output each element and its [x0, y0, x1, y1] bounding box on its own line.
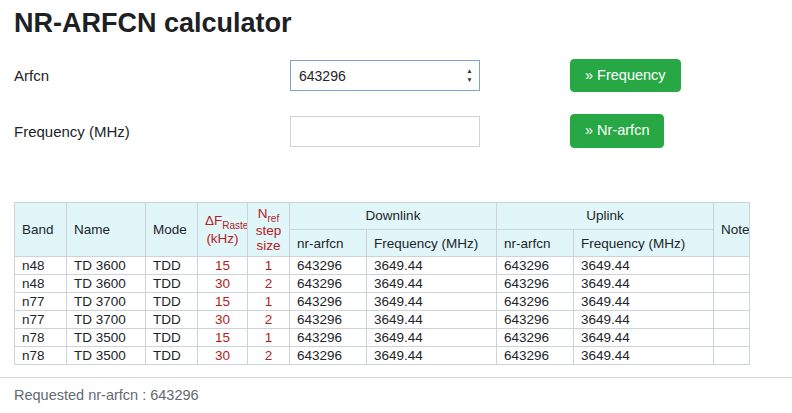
header-row-1: Band Name Mode ΔFRaster (kHz) Nref step …: [15, 202, 750, 229]
cell-dl-nrarfcn: 643296: [290, 293, 367, 311]
table-row: n77TD 3700TDD3026432963649.446432963649.…: [15, 311, 750, 329]
header-dl-frequency: Frequency (MHz): [367, 230, 497, 257]
to-nrarfcn-button[interactable]: » Nr-arfcn: [570, 114, 664, 147]
cell-step: 1: [248, 293, 290, 311]
cell-dl-nrarfcn: 643296: [290, 347, 367, 365]
cell-raster: 30: [198, 275, 248, 293]
cell-ul-nrarfcn: 643296: [497, 293, 574, 311]
bottom-divider: [0, 377, 792, 378]
header-raster-unit: (kHz): [206, 231, 238, 246]
arfcn-form-row: Arfcn ▲ ▼ » Frequency: [14, 59, 778, 92]
cell-ul-frequency: 3649.44: [574, 293, 714, 311]
cell-raster: 30: [198, 311, 248, 329]
cell-dl-frequency: 3649.44: [367, 293, 497, 311]
cell-ul-nrarfcn: 643296: [497, 329, 574, 347]
cell-step: 2: [248, 275, 290, 293]
table-row: n78TD 3500TDD3026432963649.446432963649.…: [15, 347, 750, 365]
cell-ul-nrarfcn: 643296: [497, 311, 574, 329]
cell-step: 2: [248, 347, 290, 365]
page-title: NR-ARFCN calculator: [14, 8, 778, 39]
header-ul-nrarfcn: nr-arfcn: [497, 230, 574, 257]
cell-band: n78: [15, 329, 67, 347]
cell-dl-frequency: 3649.44: [367, 329, 497, 347]
header-nref-rest: step size: [256, 223, 282, 253]
header-uplink: Uplink: [497, 202, 714, 229]
header-nref: Nref step size: [248, 202, 290, 257]
table-row: n48TD 3600TDD1516432963649.446432963649.…: [15, 257, 750, 275]
page: NR-ARFCN calculator Arfcn ▲ ▼ » Frequenc…: [0, 0, 792, 365]
cell-step: 2: [248, 311, 290, 329]
cell-mode: TDD: [146, 329, 198, 347]
cell-ul-frequency: 3649.44: [574, 275, 714, 293]
results-table-head: Band Name Mode ΔFRaster (kHz) Nref step …: [15, 202, 750, 257]
cell-dl-nrarfcn: 643296: [290, 275, 367, 293]
spinner-down-icon[interactable]: ▼: [466, 77, 472, 84]
cell-raster: 15: [198, 257, 248, 275]
cell-band: n48: [15, 257, 67, 275]
frequency-input-wrap: [290, 116, 480, 147]
header-nref-main: N: [258, 206, 268, 221]
cell-band: n48: [15, 275, 67, 293]
header-raster-sub: Raster: [222, 220, 247, 231]
cell-mode: TDD: [146, 257, 198, 275]
cell-note: [714, 311, 750, 329]
number-spinner[interactable]: ▲ ▼: [461, 62, 478, 89]
cell-name: TD 3700: [67, 311, 146, 329]
cell-note: [714, 275, 750, 293]
arfcn-input[interactable]: [290, 60, 480, 91]
cell-note: [714, 257, 750, 275]
cell-mode: TDD: [146, 293, 198, 311]
frequency-input[interactable]: [290, 116, 480, 147]
cell-ul-nrarfcn: 643296: [497, 347, 574, 365]
table-row: n78TD 3500TDD1516432963649.446432963649.…: [15, 329, 750, 347]
cell-note: [714, 347, 750, 365]
cell-dl-frequency: 3649.44: [367, 257, 497, 275]
header-dl-nrarfcn: nr-arfcn: [290, 230, 367, 257]
cell-ul-frequency: 3649.44: [574, 329, 714, 347]
cell-mode: TDD: [146, 347, 198, 365]
table-row: n48TD 3600TDD3026432963649.446432963649.…: [15, 275, 750, 293]
cell-note: [714, 293, 750, 311]
spinner-up-icon[interactable]: ▲: [466, 68, 472, 75]
cell-ul-frequency: 3649.44: [574, 347, 714, 365]
cell-band: n78: [15, 347, 67, 365]
header-name: Name: [67, 202, 146, 257]
header-downlink: Downlink: [290, 202, 497, 229]
table-row: n77TD 3700TDD1516432963649.446432963649.…: [15, 293, 750, 311]
cell-name: TD 3500: [67, 347, 146, 365]
cell-ul-nrarfcn: 643296: [497, 275, 574, 293]
cell-step: 1: [248, 257, 290, 275]
cell-ul-frequency: 3649.44: [574, 257, 714, 275]
cell-name: TD 3600: [67, 257, 146, 275]
cell-raster: 15: [198, 329, 248, 347]
arfcn-label: Arfcn: [14, 67, 290, 84]
frequency-form-row: Frequency (MHz) » Nr-arfcn: [14, 114, 778, 147]
header-note: Note: [714, 202, 750, 257]
cell-step: 1: [248, 329, 290, 347]
header-ul-frequency: Frequency (MHz): [574, 230, 714, 257]
cell-name: TD 3500: [67, 329, 146, 347]
header-raster-main: ΔF: [205, 213, 222, 228]
to-frequency-button[interactable]: » Frequency: [570, 59, 681, 92]
cell-ul-frequency: 3649.44: [574, 311, 714, 329]
header-band: Band: [15, 202, 67, 257]
results-table: Band Name Mode ΔFRaster (kHz) Nref step …: [14, 202, 750, 366]
frequency-label: Frequency (MHz): [14, 123, 290, 140]
cell-name: TD 3700: [67, 293, 146, 311]
cell-note: [714, 329, 750, 347]
cell-name: TD 3600: [67, 275, 146, 293]
cell-band: n77: [15, 293, 67, 311]
cell-band: n77: [15, 311, 67, 329]
arfcn-input-wrap: ▲ ▼: [290, 60, 480, 91]
header-nref-sub: ref: [268, 212, 280, 223]
cell-dl-frequency: 3649.44: [367, 311, 497, 329]
cell-ul-nrarfcn: 643296: [497, 257, 574, 275]
cell-dl-nrarfcn: 643296: [290, 311, 367, 329]
cell-dl-nrarfcn: 643296: [290, 329, 367, 347]
header-raster: ΔFRaster (kHz): [198, 202, 248, 257]
cell-raster: 15: [198, 293, 248, 311]
cell-mode: TDD: [146, 275, 198, 293]
header-mode: Mode: [146, 202, 198, 257]
cell-dl-nrarfcn: 643296: [290, 257, 367, 275]
cell-dl-frequency: 3649.44: [367, 275, 497, 293]
